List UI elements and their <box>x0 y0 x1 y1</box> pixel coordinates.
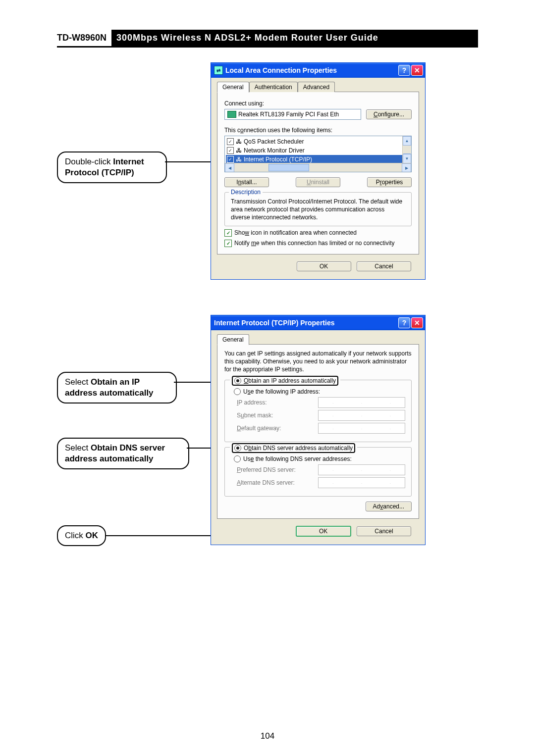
connect-using-label: Connect using: <box>224 100 412 107</box>
intro-text: You can get IP settings assigned automat… <box>224 350 412 374</box>
help-button[interactable]: ? <box>398 317 410 328</box>
ok-button[interactable]: OK <box>297 261 351 271</box>
configure-button[interactable]: Configure... <box>366 109 412 119</box>
field-label: Subnet mask: <box>237 412 318 419</box>
checkbox-icon[interactable]: ✓ <box>227 156 234 163</box>
checkbox-label: Notify me when this connection has limit… <box>234 240 395 247</box>
ip-options-group: Obtain an IP address automatically Use t… <box>224 380 412 442</box>
list-item[interactable]: ✓ 🖧 QoS Packet Scheduler <box>226 137 410 146</box>
field-label: Preferred DNS server: <box>237 466 318 473</box>
option-use-ip[interactable]: Use the following IP address: <box>234 388 405 395</box>
subnet-mask-row: Subnet mask: ... <box>237 410 405 421</box>
radio-label: Obtain DNS server address automatically <box>244 445 353 452</box>
nic-icon <box>227 111 236 118</box>
description-text: Transmission Control Protocol/Internet P… <box>231 198 405 222</box>
radio-use-ip[interactable] <box>234 388 241 395</box>
scroll-thumb[interactable] <box>268 164 310 171</box>
callout-obtain-dns: Select Obtain DNS server address automat… <box>57 438 189 469</box>
radio-label: Obtain an IP address automatically <box>244 377 336 384</box>
checkbox-icon: ✓ <box>224 240 232 247</box>
radio-use-dns[interactable] <box>234 455 241 462</box>
gateway-row: Default gateway: ... <box>237 423 405 434</box>
titlebar[interactable]: Internet Protocol (TCP/IP) Properties ? … <box>211 315 425 330</box>
preferred-dns-row: Preferred DNS server: ... <box>237 464 405 475</box>
page-header: TD-W8960N 300Mbps Wireless N ADSL2+ Mode… <box>57 30 478 48</box>
cancel-button[interactable]: Cancel <box>357 261 411 271</box>
highlight-obtain-ip: Obtain an IP address automatically <box>232 376 338 386</box>
install-button[interactable]: Install... <box>224 177 269 187</box>
callout-text: Double-click <box>65 157 113 166</box>
callout-text: Click <box>65 531 86 540</box>
ok-button[interactable]: OK <box>296 526 351 537</box>
checkbox-icon[interactable]: ✓ <box>227 147 234 154</box>
preferred-dns-field: ... <box>318 464 405 475</box>
help-button[interactable]: ? <box>398 65 410 76</box>
alternate-dns-row: Alternate DNS server: ... <box>237 477 405 488</box>
scroll-up-icon[interactable]: ▲ <box>403 136 411 146</box>
item-label: Network Monitor Driver <box>244 147 305 154</box>
checkbox-label: Show icon in notification area when conn… <box>234 229 357 236</box>
tab-general[interactable]: General <box>217 334 249 345</box>
tab-general[interactable]: General <box>217 82 249 93</box>
dialog-lan-properties: ⇄ Local Area Connection Properties ? ✕ G… <box>211 62 426 280</box>
item-label: Internet Protocol (TCP/IP) <box>244 156 312 163</box>
vertical-scrollbar[interactable]: ▲ ▼ <box>402 136 411 163</box>
component-icon: 🖧 <box>236 147 242 154</box>
dialog-title: Internet Protocol (TCP/IP) Properties <box>214 319 397 327</box>
components-listbox[interactable]: ✓ 🖧 QoS Packet Scheduler ✓ 🖧 Network Mon… <box>224 136 412 172</box>
close-button[interactable]: ✕ <box>411 317 423 328</box>
tab-authentication[interactable]: Authentication <box>249 82 298 92</box>
highlight-obtain-dns: Obtain DNS server address automatically <box>232 443 355 453</box>
callout-text: Select <box>65 443 91 453</box>
uninstall-button[interactable]: Uninstall <box>296 177 340 187</box>
tab-advanced[interactable]: Advanced <box>298 82 335 92</box>
callout-click-ok: Click OK <box>57 525 106 546</box>
dns-options-group: Obtain DNS server address automatically … <box>224 447 412 497</box>
tabs: General Authentication Advanced <box>217 82 419 92</box>
subnet-mask-field: ... <box>318 410 405 421</box>
scroll-right-icon[interactable]: ▶ <box>402 163 411 172</box>
adapter-field: Realtek RTL8139 Family PCI Fast Eth <box>224 109 361 120</box>
callout-bold: OK <box>86 531 99 540</box>
connection-icon: ⇄ <box>214 66 223 75</box>
dialog-title: Local Area Connection Properties <box>225 66 397 74</box>
callout-double-click-tcpip: Double-click Internet Protocol (TCP/IP) <box>57 151 167 183</box>
option-use-dns[interactable]: Use the following DNS server addresses: <box>234 455 405 462</box>
gateway-field: ... <box>318 423 405 434</box>
cancel-button[interactable]: Cancel <box>357 526 411 536</box>
dialog-tcpip-properties: Internet Protocol (TCP/IP) Properties ? … <box>211 315 426 545</box>
component-icon: 🖧 <box>236 138 242 145</box>
advanced-button[interactable]: Advanced... <box>366 502 412 511</box>
radio-label: Use the following DNS server addresses: <box>243 455 352 462</box>
adapter-name: Realtek RTL8139 Family PCI Fast Eth <box>238 111 339 118</box>
field-label: Alternate DNS server: <box>237 479 318 486</box>
page-number: 104 <box>0 731 535 741</box>
close-button[interactable]: ✕ <box>411 65 423 76</box>
notify-checkbox[interactable]: ✓ Notify me when this connection has lim… <box>224 240 412 247</box>
radio-obtain-ip[interactable] <box>234 377 241 384</box>
component-icon: 🖧 <box>236 156 242 163</box>
items-label: This connection uses the following items… <box>224 127 412 134</box>
alternate-dns-field: ... <box>318 477 405 488</box>
ip-address-field: ... <box>318 397 405 408</box>
radio-obtain-dns[interactable] <box>234 445 241 452</box>
scroll-down-icon[interactable]: ▼ <box>403 154 411 163</box>
checkbox-icon[interactable]: ✓ <box>227 138 234 145</box>
model-number: TD-W8960N <box>57 30 111 46</box>
show-icon-checkbox[interactable]: ✓ Show icon in notification area when co… <box>224 229 412 237</box>
ip-address-row: IP address: ... <box>237 397 405 408</box>
guide-title: 300Mbps Wireless N ADSL2+ Modem Router U… <box>111 30 478 46</box>
callout-text: Select <box>65 377 91 387</box>
horizontal-scrollbar[interactable]: ◀ ▶ <box>225 163 411 172</box>
titlebar[interactable]: ⇄ Local Area Connection Properties ? ✕ <box>211 63 425 78</box>
description-group: Description Transmission Control Protoco… <box>224 192 412 226</box>
radio-label: Use the following IP address: <box>243 388 320 395</box>
list-item[interactable]: ✓ 🖧 Network Monitor Driver <box>226 146 410 155</box>
item-label: QoS Packet Scheduler <box>244 138 304 145</box>
properties-button[interactable]: Properties <box>367 177 412 187</box>
field-label: Default gateway: <box>237 425 318 432</box>
field-label: IP address: <box>237 399 318 406</box>
scroll-left-icon[interactable]: ◀ <box>225 163 234 172</box>
callout-obtain-ip: Select Obtain an IP address automaticall… <box>57 372 177 403</box>
checkbox-icon: ✓ <box>224 229 232 237</box>
